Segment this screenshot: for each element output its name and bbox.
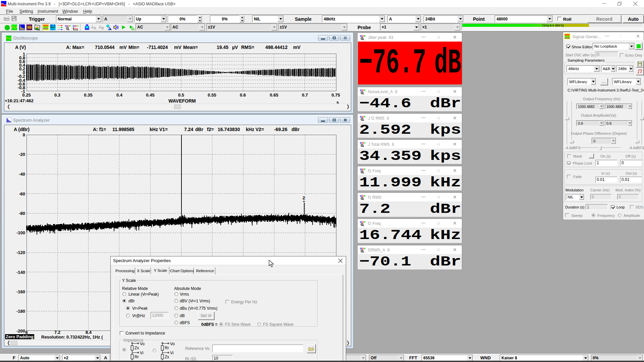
- svg-text:Rr: Rr: [135, 355, 139, 359]
- svg-text:888: 888: [27, 25, 32, 30]
- svg-text:P: P: [364, 89, 366, 92]
- svg-text:P: P: [364, 194, 366, 197]
- svg-text:P: P: [364, 35, 366, 38]
- svg-text:Vo: Vo: [170, 342, 175, 346]
- svg-text:Rr: Rr: [165, 346, 169, 350]
- svg-text:000: 000: [51, 28, 55, 31]
- svg-text:P: P: [364, 168, 366, 171]
- svg-text:P: P: [69, 24, 71, 27]
- svg-text:P: P: [364, 247, 366, 250]
- svg-text:B: B: [102, 26, 104, 30]
- svg-text:A: A: [94, 26, 96, 30]
- svg-text:P: P: [364, 115, 366, 118]
- svg-text:Zx: Zx: [135, 346, 139, 350]
- svg-text:Zx: Zx: [165, 355, 169, 359]
- svg-text:Vi: Vi: [170, 351, 173, 355]
- svg-text:Vo: Vo: [140, 342, 145, 346]
- svg-text:P: P: [364, 141, 366, 144]
- svg-text:Vi: Vi: [140, 351, 143, 355]
- svg-text:C: C: [77, 24, 78, 27]
- svg-text:P: P: [364, 221, 366, 224]
